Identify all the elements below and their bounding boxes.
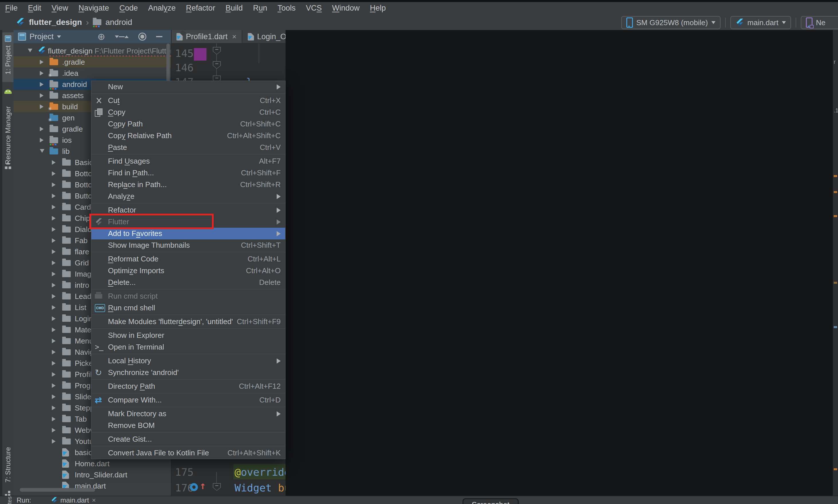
menu-item-optimize-imports[interactable]: Optimize ImportsCtrl+Alt+O: [91, 265, 285, 276]
tree-item--idea[interactable]: .idea: [14, 68, 171, 79]
android-head-icon: [4, 90, 12, 94]
menu-item-cut[interactable]: CutCtrl+X: [91, 95, 285, 106]
settings-gear-icon[interactable]: [138, 33, 146, 41]
menu-help[interactable]: Help: [370, 4, 386, 13]
menu-item-convert-java-file-to-kotlin-file[interactable]: Convert Java File to Kotlin FileCtrl+Alt…: [91, 447, 285, 459]
menu-item-copy-relative-path[interactable]: Copy Relative PathCtrl+Alt+Shift+C: [91, 130, 285, 142]
menu-item-open-in-terminal[interactable]: >_Open in Terminal: [91, 341, 285, 353]
menu-item-directory-path[interactable]: Directory PathCtrl+Alt+F12: [91, 380, 285, 392]
fold-marker-icon[interactable]: −: [213, 483, 221, 491]
chevron-collapsed-icon: [52, 194, 55, 198]
menu-tools[interactable]: Tools: [277, 4, 295, 13]
folder-icon: [62, 160, 71, 166]
color-swatch[interactable]: [194, 48, 206, 61]
menu-item-icon-slot: >_: [95, 343, 108, 352]
menu-build[interactable]: Build: [225, 4, 243, 13]
sidebar-tab-structure[interactable]: 7: Structure: [2, 445, 14, 492]
breadcrumb[interactable]: flutter_design › android: [16, 14, 132, 30]
shapes-icon[interactable]: [2, 159, 14, 171]
editor-tab-profile1-dart[interactable]: Profile1.dart×: [171, 30, 242, 43]
menu-item-copy[interactable]: CopyCtrl+C: [91, 106, 285, 118]
device-manager-button[interactable]: Ne: [801, 16, 838, 29]
chevron-down-icon[interactable]: [57, 35, 61, 38]
menu-item-synchronize-android[interactable]: ↻Synchronize 'android': [91, 367, 285, 378]
menu-item-label: Create Gist...: [108, 435, 152, 444]
menu-edit[interactable]: Edit: [28, 4, 41, 13]
tree-item-home-dart[interactable]: Home.dart: [14, 458, 171, 469]
menu-item-run-cmd-shell[interactable]: CMDRun cmd shell: [91, 302, 285, 314]
menu-analyze[interactable]: Analyze: [148, 4, 175, 13]
project-panel-title[interactable]: Project: [30, 32, 54, 41]
menu-item-label: Find Usages: [108, 157, 150, 166]
menu-item-icon-slot: [95, 108, 108, 116]
locate-file-icon[interactable]: ⊕: [97, 32, 105, 41]
tree-item-flutter-design[interactable]: flutter_design F:\Flutter Project\Flutte…: [14, 45, 171, 56]
menu-separator: [91, 445, 285, 447]
menu-item-analyze[interactable]: Analyze: [91, 191, 285, 202]
code-fleck: [834, 282, 837, 284]
menu-item-local-history[interactable]: Local History: [91, 355, 285, 367]
menu-item-show-image-thumbnails[interactable]: Show Image ThumbnailsCtrl+Shift+T: [91, 239, 285, 251]
collapse-all-icon[interactable]: [115, 35, 129, 38]
fold-marker-icon[interactable]: −: [213, 47, 221, 55]
menu-item-mark-directory-as[interactable]: Mark Directory as: [91, 408, 285, 420]
android-icon[interactable]: [2, 87, 14, 96]
menu-separator: [91, 406, 285, 408]
menu-vcs[interactable]: VCS: [306, 4, 322, 13]
tree-vertical-scrollbar[interactable]: [166, 43, 170, 82]
screenshot-button[interactable]: Screenshot: [463, 498, 519, 504]
menu-run[interactable]: Run: [253, 4, 267, 13]
menu-item-paste[interactable]: PasteCtrl+V: [91, 142, 285, 153]
run-tab-main-dart[interactable]: main.dart ×: [48, 496, 99, 504]
menu-item-shortcut: Ctrl+D: [259, 396, 281, 404]
menu-item-remove-bom[interactable]: Remove BOM: [91, 420, 285, 431]
override-marker-icon[interactable]: [190, 483, 198, 491]
tree-item-label: List: [75, 303, 86, 312]
menu-item-delete[interactable]: Delete...Delete: [91, 276, 285, 288]
folder-icon: [62, 238, 71, 244]
code-text: @override: [235, 466, 286, 478]
folder-icon: [62, 293, 71, 300]
menu-item-find-usages[interactable]: Find UsagesAlt+F7: [91, 155, 285, 167]
fold-marker-icon[interactable]: −: [213, 61, 221, 69]
tree-item-label: android: [62, 80, 87, 89]
menu-item-find-in-path[interactable]: Find in Path...Ctrl+Shift+F: [91, 167, 285, 179]
menu-item-make-modules-flutterdesign-untitled[interactable]: Make Modules 'flutterdesign', 'untitled'…: [91, 316, 285, 327]
close-icon[interactable]: ×: [92, 496, 96, 504]
menu-item-show-in-explorer[interactable]: Show in Explorer: [91, 329, 285, 341]
run-config-button[interactable]: main.dart: [730, 16, 791, 29]
menu-item-copy-path[interactable]: Copy PathCtrl+Shift+C: [91, 118, 285, 130]
breadcrumb-project[interactable]: flutter_design: [29, 18, 82, 27]
tree-horizontal-scrollbar[interactable]: [20, 488, 95, 492]
close-icon[interactable]: ×: [232, 32, 237, 41]
tree-item-intro-slider-dart[interactable]: Intro_Slider.dart: [14, 469, 171, 480]
sidebar-tab-project[interactable]: 1: Project: [2, 32, 14, 82]
menu-item-new[interactable]: New: [91, 81, 285, 93]
sidebar-tab-resource-manager[interactable]: Resource Manager: [2, 104, 14, 160]
device-selector-button[interactable]: SM G925W8 (mobile): [621, 16, 721, 29]
tree-item--gradle[interactable]: .gradle: [14, 56, 171, 68]
menu-item-replace-in-path[interactable]: Replace in Path...Ctrl+Shift+R: [91, 179, 285, 191]
menu-window[interactable]: Window: [332, 4, 360, 13]
menu-separator: [91, 327, 285, 329]
favorites-stripe-partial-label[interactable]: tes: [6, 489, 13, 504]
menu-item-compare-with[interactable]: ⇄Compare With...Ctrl+D: [91, 394, 285, 406]
editor-right-edge-strip: r.1: [833, 30, 838, 496]
folder-icon: [62, 182, 71, 188]
menu-item-add-to-favorites[interactable]: Add to Favorites: [91, 228, 285, 239]
breadcrumb-folder[interactable]: android: [105, 18, 132, 27]
menu-item-run-cmd-script[interactable]: Run cmd script: [91, 290, 285, 302]
chevron-expanded-icon: [40, 149, 45, 153]
menu-separator: [91, 153, 285, 155]
menu-navigate[interactable]: Navigate: [79, 4, 109, 13]
menu-item-reformat-code[interactable]: Reformat CodeCtrl+Alt+L: [91, 253, 285, 265]
dart-file-icon: [176, 33, 183, 40]
menu-code[interactable]: Code: [119, 4, 138, 13]
menu-file[interactable]: File: [5, 4, 18, 13]
menu-item-create-gist[interactable]: Create Gist...: [91, 433, 285, 445]
menu-refactor[interactable]: Refactor: [186, 4, 215, 13]
chevron-collapsed-icon: [52, 439, 55, 444]
menu-view[interactable]: View: [52, 4, 68, 13]
menu-item-shortcut: Ctrl+V: [260, 143, 281, 152]
hide-panel-icon[interactable]: [156, 36, 163, 37]
